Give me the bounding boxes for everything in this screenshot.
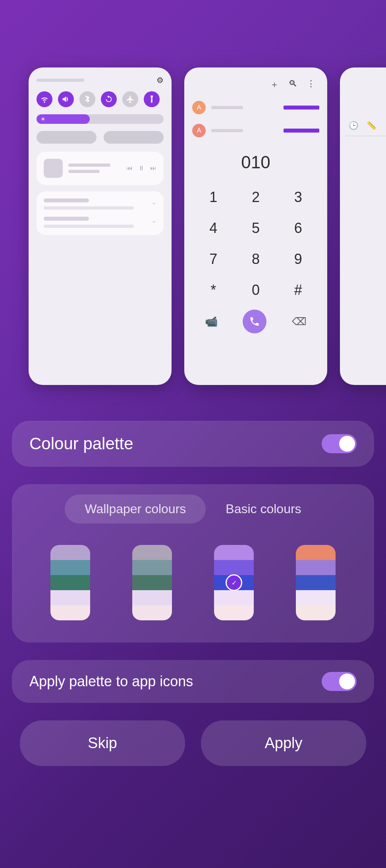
preview-quick-settings: ⚙ ☀ ⏮ ⏸ ⏭ bbox=[29, 67, 172, 385]
dial-key: # bbox=[277, 275, 319, 306]
dial-key: 6 bbox=[277, 213, 319, 244]
plus-icon: ＋ bbox=[270, 79, 279, 90]
colour-palette-toggle[interactable] bbox=[322, 434, 357, 453]
dialer-number-display: 010 bbox=[192, 152, 319, 172]
contact-avatar: A bbox=[192, 101, 206, 114]
apply-icons-label: Apply palette to app icons bbox=[29, 673, 193, 690]
tab-wallpaper-colours[interactable]: Wallpaper colours bbox=[65, 495, 206, 523]
dial-key: * bbox=[192, 275, 235, 306]
dial-key: 5 bbox=[235, 213, 277, 244]
colour-palette-label: Colour palette bbox=[29, 434, 133, 453]
palette-option[interactable]: ✓ bbox=[214, 545, 254, 620]
dial-key: 1 bbox=[192, 182, 235, 213]
chevron-down-icon: ⌄ bbox=[151, 198, 156, 206]
tab-basic-colours[interactable]: Basic colours bbox=[206, 495, 321, 523]
palette-option[interactable] bbox=[296, 545, 336, 620]
wifi-icon bbox=[37, 91, 52, 107]
next-icon: ⏭ bbox=[150, 165, 156, 172]
sound-icon bbox=[58, 91, 74, 107]
dial-key: 8 bbox=[235, 244, 277, 275]
palette-option[interactable] bbox=[132, 545, 172, 620]
backspace-icon: ⌫ bbox=[292, 316, 307, 328]
preview-calculator: 23 🕒 📏 C 7 4 1 +/- bbox=[340, 67, 386, 385]
palette-picker-card: Wallpaper colours Basic colours ✓ bbox=[12, 484, 374, 643]
gear-icon: ⚙ bbox=[156, 75, 164, 85]
dial-key: 4 bbox=[192, 213, 235, 244]
dial-key: 9 bbox=[277, 244, 319, 275]
dial-key: 3 bbox=[277, 182, 319, 213]
skip-button[interactable]: Skip bbox=[20, 720, 185, 766]
brightness-slider: ☀ bbox=[37, 114, 164, 124]
search-icon: 🔍︎ bbox=[288, 79, 297, 90]
dial-key: 7 bbox=[192, 244, 235, 275]
check-icon: ✓ bbox=[226, 574, 242, 591]
contact-avatar: A bbox=[192, 124, 206, 137]
video-call-icon: 📹 bbox=[205, 316, 218, 328]
call-button bbox=[243, 310, 266, 333]
bluetooth-icon bbox=[79, 91, 95, 107]
preview-carousel[interactable]: ⚙ ☀ ⏮ ⏸ ⏭ bbox=[0, 0, 386, 397]
apply-button[interactable]: Apply bbox=[201, 720, 366, 766]
chevron-down-icon: ⌄ bbox=[151, 217, 156, 224]
apply-icons-card: Apply palette to app icons bbox=[12, 660, 374, 703]
rotate-icon bbox=[101, 91, 117, 107]
more-icon: ⋮ bbox=[307, 79, 315, 90]
apply-icons-toggle[interactable] bbox=[322, 672, 357, 691]
flashlight-icon bbox=[144, 91, 160, 107]
dial-key: 2 bbox=[235, 182, 277, 213]
dial-key: 0 bbox=[235, 275, 277, 306]
media-card: ⏮ ⏸ ⏭ bbox=[37, 152, 164, 185]
calculator-display: 23 bbox=[345, 75, 386, 117]
prev-icon: ⏮ bbox=[126, 165, 133, 172]
pause-icon: ⏸ bbox=[138, 165, 145, 172]
airplane-icon bbox=[122, 91, 138, 107]
palette-list: ✓ bbox=[29, 541, 357, 632]
ruler-icon: 📏 bbox=[367, 121, 376, 130]
palette-option[interactable] bbox=[50, 545, 90, 620]
colour-palette-card: Colour palette bbox=[12, 421, 374, 467]
preview-dialer: ＋ 🔍︎ ⋮ A A 010 1 2 3 4 5 6 7 8 9 * 0 # bbox=[184, 67, 327, 385]
history-icon: 🕒 bbox=[349, 121, 359, 130]
